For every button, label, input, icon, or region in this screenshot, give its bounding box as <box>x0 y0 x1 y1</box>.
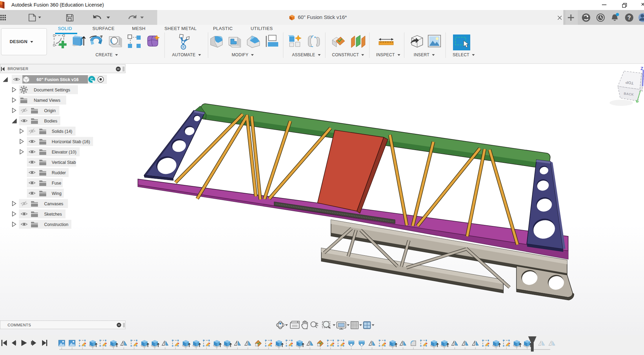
svg-text:Fuse: Fuse <box>52 181 61 186</box>
svg-text:Document Settings: Document Settings <box>34 88 70 92</box>
svg-text:?: ? <box>627 15 631 21</box>
svg-text:Wing: Wing <box>52 191 62 196</box>
svg-text:Z: Z <box>641 67 643 71</box>
svg-text:Sketches: Sketches <box>44 212 62 217</box>
svg-text:Canvases: Canvases <box>44 201 63 206</box>
svg-text:Horizontal Stab (16): Horizontal Stab (16) <box>52 139 90 144</box>
svg-text:60" Fusion Stick v16: 60" Fusion Stick v16 <box>37 77 79 82</box>
svg-text:Elevator (10): Elevator (10) <box>52 150 77 155</box>
svg-text:Bodies: Bodies <box>44 119 57 124</box>
svg-text:Vertical Stab: Vertical Stab <box>52 160 76 165</box>
svg-text:Construction: Construction <box>44 222 68 227</box>
svg-text:Origin: Origin <box>44 108 56 113</box>
svg-text:Rudder: Rudder <box>52 170 66 175</box>
svg-text:Named Views: Named Views <box>34 98 60 103</box>
svg-text:Solids (14): Solids (14) <box>52 129 72 134</box>
